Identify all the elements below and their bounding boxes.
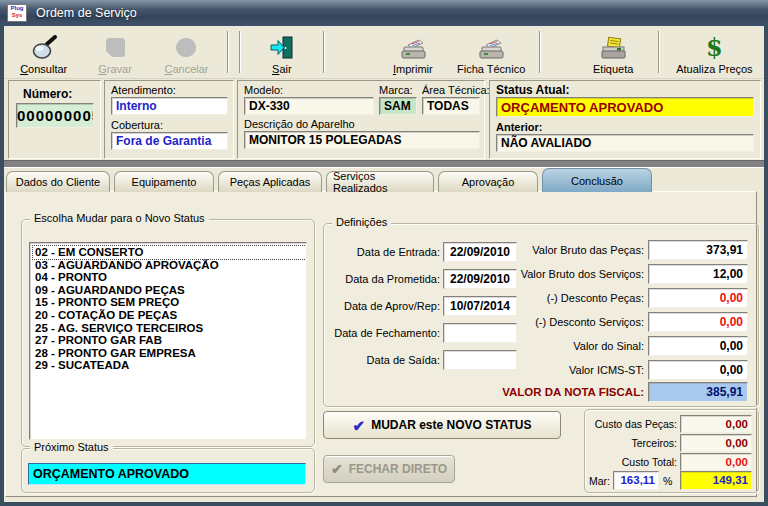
status-list-item[interactable]: 25 - AG. SERVIÇO TERCEIROS (33, 322, 306, 335)
anterior-value: NÃO AVALIADO (496, 134, 754, 152)
tab-pecas-aplicadas[interactable]: Peças Aplicadas (218, 171, 322, 192)
desconto-servicos-field[interactable]: 0,00 (648, 312, 748, 332)
margem-value-field[interactable]: 163,11 (613, 471, 659, 490)
data-fechamento-label: Data de Fechamento: (334, 327, 440, 339)
status-list-item[interactable]: 03 - AGUARDANDO APROVAÇÃO (33, 259, 306, 272)
valor-sinal-field[interactable]: 0,00 (648, 336, 748, 356)
tab-aprovacao[interactable]: Aprovação (438, 171, 538, 192)
toolbar-separator (227, 31, 229, 73)
cobertura-label: Cobertura: (111, 119, 163, 131)
status-list-item[interactable]: 15 - PRONTO SEM PREÇO (33, 296, 306, 309)
tab-strip: Dados do Cliente Equipamento Peças Aplic… (6, 168, 652, 192)
novo-status-group: Escolha Mudar para o Novo Status 02 - EM… (21, 219, 315, 447)
status-panel: Status Atual: ORÇAMENTO APROVADO Anterio… (489, 80, 761, 159)
proximo-status-group: Próximo Status ORÇAMENTO APROVADO (21, 448, 315, 493)
definicoes-group: Definições Data de Entrada: 22/09/2010 D… (323, 223, 759, 407)
nota-fiscal-value: 385,91 (648, 382, 748, 402)
descricao-label: Descrição do Aparelho (244, 118, 355, 130)
toolbar-separator (239, 31, 241, 73)
save-icon (102, 33, 128, 63)
valor-bruto-servicos-label: Valor Bruto dos Serviços: (474, 268, 644, 280)
toolbar: Consultar Gravar Cancelar (4, 26, 764, 79)
tab-equipamento[interactable]: Equipamento (114, 171, 214, 192)
desconto-pecas-label: (-) Desconto Peças: (474, 292, 644, 304)
area-tecnica-field[interactable]: TODAS (422, 97, 480, 115)
sair-button[interactable]: Sair (246, 26, 317, 78)
marca-field[interactable]: SAM (379, 97, 417, 115)
data-entrada-label: Data de Entrada: (334, 246, 440, 258)
dollar-icon: $ (706, 33, 723, 63)
gravar-button[interactable]: Gravar (79, 26, 150, 78)
status-list-item[interactable]: 28 - PRONTO GAR EMPRESA (33, 347, 306, 360)
percent-sign: % (663, 475, 672, 487)
fechar-direto-button[interactable]: ✔ FECHAR DIRETO (323, 455, 455, 483)
status-list-item[interactable]: 29 - SUCATEADA (33, 359, 306, 372)
custo-total-value: 0,00 (680, 453, 752, 471)
cobertura-field[interactable]: Fora de Garantia (111, 132, 228, 150)
valor-bruto-pecas-field[interactable]: 373,91 (648, 240, 748, 260)
consultar-button[interactable]: Consultar (8, 26, 79, 78)
custo-total-label: Custo Total: (585, 456, 677, 468)
margem-label: Mar: (589, 475, 610, 487)
status-list-item[interactable]: 02 - EM CONSERTO (33, 246, 306, 259)
proximo-status-title: Próximo Status (30, 441, 113, 453)
ficha-tecnico-label: Ficha Técnico (457, 63, 525, 75)
toolbar-separator (658, 31, 660, 73)
valor-icms-st-field[interactable]: 0,00 (648, 360, 748, 380)
mudar-status-label: MUDAR este NOVO STATUS (371, 418, 531, 432)
status-list-item[interactable]: 27 - PRONTO GAR FAB (33, 334, 306, 347)
fechar-direto-label: FECHAR DIRETO (349, 462, 447, 476)
anterior-label: Anterior: (496, 121, 542, 133)
cancelar-label: Cancelar (164, 63, 208, 75)
tab-conclusao[interactable]: Conclusão (542, 168, 652, 192)
status-atual-label: Status Atual: (496, 83, 570, 97)
desconto-pecas-field[interactable]: 0,00 (648, 288, 748, 308)
status-list-item[interactable]: 09 - AGUARDANDO PEÇAS (33, 284, 306, 297)
novo-status-group-title: Escolha Mudar para o Novo Status (30, 212, 209, 224)
data-prometida-label: Data da Prometida: (334, 273, 440, 285)
descricao-field[interactable]: MONITOR 15 POLEGADAS (244, 131, 480, 149)
etiqueta-label: Etiqueta (593, 63, 633, 75)
atualiza-precos-button[interactable]: $ Atualiza Preços (665, 26, 764, 78)
terceiros-value: 0,00 (680, 434, 752, 452)
tab-servicos-realizados[interactable]: Serviços Realizados (326, 171, 434, 192)
margem-percent-value: 149,31 (680, 471, 752, 490)
cancelar-button[interactable]: Cancelar (151, 26, 222, 78)
status-list-item[interactable]: 20 - COTAÇÃO DE PEÇAS (33, 309, 306, 322)
title-bar: Plug Sys Ordem de Serviço (0, 0, 768, 26)
nota-fiscal-label: VALOR DA NOTA FISCAL: (474, 386, 644, 398)
modelo-field[interactable]: DX-330 (244, 97, 374, 115)
area-tecnica-label: Área Técnica: (422, 84, 490, 96)
imprimir-button[interactable]: Imprimir (377, 26, 448, 78)
imprimir-label: Imprimir (393, 63, 433, 75)
numero-value: 000000005 (16, 103, 94, 128)
divider-band (4, 160, 764, 168)
desconto-servicos-label: (-) Desconto Serviços: (474, 316, 644, 328)
valor-bruto-pecas-label: Valor Bruto das Peças: (474, 244, 644, 256)
numero-panel: Número: 000000005 (8, 80, 101, 159)
mudar-status-button[interactable]: ✔ MUDAR este NOVO STATUS (323, 411, 561, 439)
valor-sinal-label: Valor do Sinal: (474, 340, 644, 352)
custo-pecas-label: Custo das Peças: (585, 418, 677, 430)
printer-icon (399, 33, 427, 63)
gravar-label: Gravar (98, 63, 132, 75)
toolbar-separator (323, 31, 325, 73)
app-window: Plug Sys Ordem de Serviço Consultar (0, 0, 768, 506)
window-title: Ordem de Serviço (36, 6, 137, 20)
novo-status-listbox[interactable]: 02 - EM CONSERTO 03 - AGUARDANDO APROVAÇ… (29, 242, 307, 440)
ficha-tecnico-button[interactable]: Ficha Técnico (449, 26, 534, 78)
tab-dados-do-cliente[interactable]: Dados do Cliente (6, 171, 110, 192)
valor-bruto-servicos-field[interactable]: 12,00 (648, 264, 748, 284)
data-aprov-rep-label: Data de Aprov/Rep: (334, 300, 440, 312)
atendimento-field[interactable]: Interno (111, 97, 228, 115)
atendimento-label: Atendimento: (111, 84, 176, 96)
equipamento-panel: Modelo: DX-330 Marca: SAM Área Técnica: … (237, 80, 485, 159)
definicoes-title: Definições (332, 216, 391, 228)
toolbar-spacer (330, 26, 378, 78)
etiqueta-button[interactable]: Etiqueta (574, 26, 653, 78)
check-icon: ✔ (353, 418, 366, 433)
numero-label: Número: (23, 87, 72, 101)
status-list-item[interactable]: 04 - PRONTO (33, 271, 306, 284)
printer-icon (477, 33, 505, 63)
terceiros-label: Terceiros: (585, 437, 677, 449)
